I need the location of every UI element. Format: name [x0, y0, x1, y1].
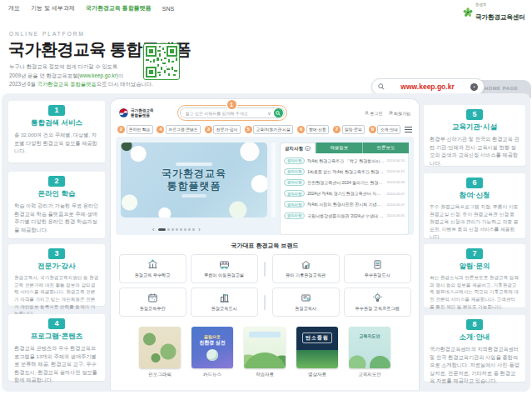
- chevron-down-icon[interactable]: ∨: [267, 110, 271, 116]
- tab-press[interactable]: 언론보도: [362, 142, 409, 153]
- mock-nav-about[interactable]: 8 소개·안내: [369, 125, 400, 134]
- brand-card-kids-climate-center[interactable]: 유아 기후환경교육관: [272, 254, 340, 283]
- resources-row: 인포그래픽 꿀팁으로 친환경 실천 카드뉴스 학습자료 탄소중립 영상자료 교육…: [111, 327, 419, 378]
- feature-text: 환경교육 콘텐츠와 우수 환경교육프로그램을 13개의 주제와 생애주기별로 분…: [14, 344, 99, 384]
- feature-card-programs[interactable]: 4 프로그램·콘텐츠 환경교육 콘텐츠와 우수 환경교육프로그램을 13개의 주…: [8, 314, 105, 381]
- feature-number-badge: 6: [466, 178, 483, 188]
- mock-nav-participation[interactable]: 6 참여·신청: [297, 125, 329, 134]
- url-text: www.keep.go.kr: [389, 82, 466, 91]
- main-banner[interactable]: 국가환경교육 통합플랫폼: [121, 142, 267, 218]
- mock-nav-notices[interactable]: 7 알림·문의: [333, 125, 365, 134]
- feature-card-participation[interactable]: 6 참여·신청 우수 환경교육프로그램 지정, 푸름이 이동환경교실 신청, 유…: [424, 173, 525, 238]
- mock-search-button[interactable]: [274, 108, 283, 118]
- tab-notices[interactable]: 공지사항 +: [280, 142, 316, 153]
- hero-line1: 누구나 환경교육 정보에 쉽게 다가갈 수 있도록: [9, 63, 117, 69]
- mock-nav-institutions[interactable]: 5 교육/지원기관·시설: [245, 125, 294, 134]
- brand-card-mobile-classroom[interactable]: 푸름이 이동환경교실: [191, 254, 258, 283]
- notice-row[interactable]: 공지사항 1회용품 없는 제4회 환경교육주간 환경교육 홍보 및 체험부.. …: [284, 166, 405, 177]
- banner-decoration: [176, 162, 212, 166]
- resource-lesson-plans[interactable]: 교육지도안 교육지도안: [349, 327, 390, 378]
- mock-nav-experts[interactable]: 3 전문가·강사: [205, 125, 241, 134]
- brand-card-education-city[interactable]: 환경교육도시: [191, 288, 258, 317]
- carousel-prev-icon[interactable]: ‹: [151, 227, 156, 232]
- notice-row[interactable]: 공지사항 인천환경교육센터 2024 찾아가는 환경교육교실 참가신청 안내 2…: [284, 177, 405, 188]
- brand-card-education-week[interactable]: 환경교육주간: [119, 288, 186, 317]
- resource-cardnews[interactable]: 꿀팁으로 친환경 실천 카드뉴스: [191, 327, 233, 378]
- mock-main-nav: 2 온라인 학습 4 프로그램·콘텐츠 3 전문가·강사 5 교육/지원기관·시…: [111, 121, 419, 135]
- banner-title-line2: 통합플랫폼: [167, 180, 221, 192]
- feature-text: 국가환경교육센터와 지역환경교육센터 및 전국 환경교육기관의 사업을 종합적으…: [430, 345, 520, 385]
- feature-card-about[interactable]: 8 소개·안내 국가환경교육센터와 지역환경교육센터 및 전국 환경교육기관의 …: [424, 315, 525, 382]
- top-nav-overview[interactable]: 개요: [8, 4, 20, 12]
- brand-card-educator-license[interactable]: 환경교육사: [272, 288, 340, 317]
- notice-row[interactable]: 공지사항 제4회 환경교육주간 「학교 환경동아리 서울숲 학교」 안내 202…: [284, 155, 405, 166]
- mock-nav-programs[interactable]: 4 프로그램·콘텐츠: [157, 125, 201, 134]
- annotation-badge: 8: [369, 126, 376, 133]
- search-annotation-box: 1 찾고 싶은 키워드를 입력해 주세요 ∨: [177, 105, 287, 121]
- brand-card-excellent-school[interactable]: 환경교육 우수학교: [119, 254, 186, 283]
- person-plus-icon: [389, 111, 393, 115]
- mock-site-logo[interactable]: 국가환경교육 통합플랫폼: [119, 108, 154, 118]
- carousel-dot-active[interactable]: [158, 228, 166, 231]
- feature-card-search[interactable]: 1 통합검색 서비스 총 32,000여 건의 주제별, 대상별, 자료별 다양…: [8, 101, 105, 162]
- top-nav-platform[interactable]: 국가환경교육 통합플랫폼: [86, 4, 152, 12]
- search-icon: [378, 83, 385, 90]
- resource-videos[interactable]: 탄소중립 영상자료: [296, 327, 338, 378]
- calendar-icon: [147, 292, 158, 303]
- notice-badge: 공지사항: [284, 179, 305, 186]
- feature-card-experts[interactable]: 3 전문가·강사 환경교육사, 국가환경교육지원단 등 환경교육 전문가에 대한…: [8, 244, 105, 306]
- top-nav-features[interactable]: 기능 및 세부과제: [31, 4, 75, 12]
- carousel-dot[interactable]: [188, 228, 191, 231]
- feature-title: 참여·신청: [430, 191, 520, 201]
- resource-learning-materials[interactable]: 학습자료: [244, 327, 286, 378]
- feature-card-online-learning[interactable]: 2 온라인 학습 학습 이력 관리가 가능한 무료 온라인 환경교육 학습 플랫…: [8, 172, 105, 238]
- org-logo: 환경부 국가환경교육센터: [463, 3, 525, 22]
- carousel-dot[interactable]: [180, 228, 182, 231]
- annotation-badge: 5: [245, 126, 252, 133]
- notice-row[interactable]: 공지사항 국립낙동강생물자원관 '2024년 수생태 생물다양성 체험교.. 2…: [284, 210, 405, 221]
- globe-illustration: [206, 349, 218, 361]
- carousel-dot[interactable]: [176, 228, 178, 231]
- city-icon: [219, 292, 230, 303]
- resource-infographic[interactable]: 인포그래픽: [139, 327, 181, 378]
- carousel-next-icon[interactable]: ›: [196, 227, 201, 232]
- mock-header: 국가환경교육 통합플랫폼 1 찾고 싶은 키워드를 입력해 주세요 ∨: [111, 99, 419, 121]
- top-nav-sns[interactable]: SNS: [162, 6, 174, 12]
- tab-jobs[interactable]: 채용정보: [316, 142, 362, 153]
- address-bar[interactable]: www.keep.go.kr •: [371, 78, 485, 95]
- feature-card-notices[interactable]: 7 알림·문의 최신 환경소식과 언론보도로 환경교육 정책과 행사 등의 정보…: [424, 244, 525, 308]
- video-thumbnail: 탄소중립: [296, 327, 338, 368]
- notice-badge: 공지사항: [284, 190, 305, 197]
- carousel-dot[interactable]: [184, 228, 186, 231]
- bulb-icon: [372, 292, 383, 303]
- feature-number-badge: 7: [466, 248, 483, 259]
- feature-text: 학습 이력 관리가 가능한 무료 온라인 환경교육 학습 플랫폼으로 주제·생애…: [14, 202, 99, 233]
- feature-title: 소개·안내: [430, 332, 520, 342]
- search-icon: [276, 111, 281, 116]
- feature-text: 최신 환경소식과 언론보도로 환경교육 정책과 행사 등의 정보를 제공하고, …: [430, 274, 520, 310]
- notice-row[interactable]: 공지사항 2024년 제4회 경기도환경교육센터 지역에서 환경교육 실천.. …: [284, 188, 405, 199]
- feature-card-institutions[interactable]: 5 교육기관·시설 환경부 산하기관 및 전국의 환경교육 관련 기관·단체와 …: [424, 105, 525, 166]
- login-link[interactable]: 로그인: [365, 111, 383, 116]
- carousel-dot[interactable]: [167, 228, 170, 231]
- plus-icon[interactable]: +: [305, 146, 311, 152]
- mock-nav-online-learning[interactable]: 2 온라인 학습: [117, 125, 153, 134]
- mock-utility-links: 로그인 회원가입: [365, 111, 410, 116]
- notice-badge: 공지사항: [284, 201, 305, 208]
- carousel-dot[interactable]: [192, 228, 195, 231]
- feature-text: 환경부 산하기관 및 전국의 환경교육 관련 기관·단체와 전시·교육시설 현황…: [430, 135, 520, 167]
- signup-link[interactable]: 회원가입: [389, 111, 411, 116]
- gov-emblem-icon: [119, 108, 128, 118]
- hamburger-menu-icon[interactable]: [405, 127, 412, 132]
- keep-url-link[interactable]: www.keep.go.kr: [79, 72, 116, 78]
- carousel-dot[interactable]: [172, 228, 174, 231]
- notice-badge: 공지사항: [284, 158, 305, 164]
- notice-row[interactable]: 공지사항 제4회 사람의 환경사진전 전시회 기념식 및 어린이 글짓기 행..…: [284, 199, 405, 210]
- annotation-badge: 4: [157, 126, 164, 133]
- brand-card-books[interactable]: 우수환경도서: [344, 254, 411, 283]
- feature-text: 환경교육사, 국가환경교육지원단 등 환경교육 전문가에 대한 활동 정보와 강…: [14, 274, 99, 318]
- reload-icon[interactable]: •: [470, 83, 478, 91]
- brand-card-excellent-program[interactable]: 우수환경 교육프로그램: [344, 288, 411, 317]
- feature-text: 총 32,000여 건의 주제별, 대상별, 자료별 다양한 환경교육 정보를 …: [14, 131, 99, 155]
- annotation-badge-1: 1: [227, 100, 236, 109]
